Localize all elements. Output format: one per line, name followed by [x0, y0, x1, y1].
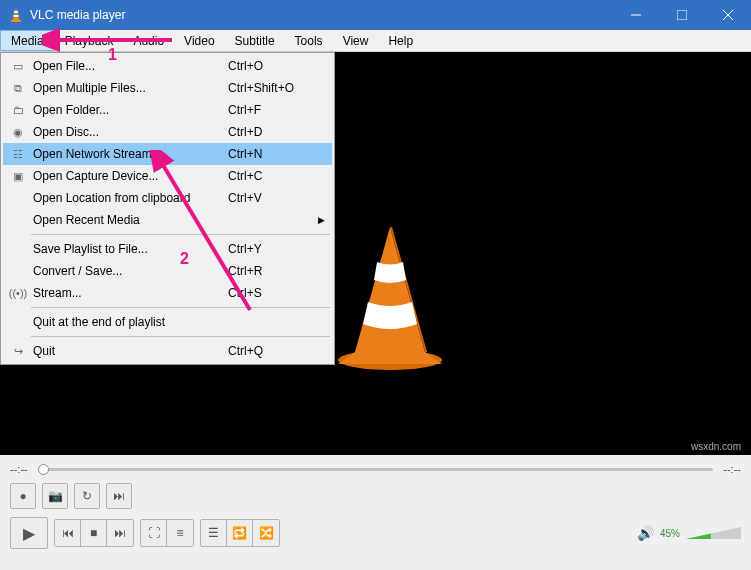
vlc-icon — [8, 7, 24, 23]
equalizer-icon: ≡ — [176, 526, 183, 540]
frame-step-button[interactable]: ⏭ — [106, 483, 132, 509]
menu-convert-save[interactable]: Convert / Save... Ctrl+R — [3, 260, 332, 282]
snapshot-button[interactable]: 📷 — [42, 483, 68, 509]
quit-icon: ↪ — [7, 345, 29, 358]
files-icon: ⧉ — [7, 82, 29, 95]
playlist-icon: ☰ — [208, 526, 219, 540]
menu-open-recent[interactable]: Open Recent Media ▶ — [3, 209, 332, 231]
menu-open-disc[interactable]: ◉ Open Disc... Ctrl+D — [3, 121, 332, 143]
submenu-arrow-icon: ▶ — [318, 215, 332, 225]
loop-button[interactable]: 🔁 — [227, 520, 253, 546]
frame-icon: ⏭ — [113, 489, 125, 503]
app-title: VLC media player — [30, 8, 125, 22]
menu-subtitle[interactable]: Subtitle — [225, 30, 285, 51]
separator — [31, 234, 330, 235]
extended-settings-button[interactable]: ≡ — [167, 520, 193, 546]
controls-panel: --:-- --:-- ● 📷 ↻ ⏭ ▶ ⏮ ■ ⏭ ⛶ ≡ ☰ 🔁 🔀 🔊 … — [0, 455, 751, 570]
seek-slider[interactable] — [38, 464, 714, 474]
folder-icon: 🗀 — [7, 104, 29, 116]
prev-icon: ⏮ — [62, 526, 74, 540]
svg-rect-2 — [14, 15, 19, 17]
loop-ab-button[interactable]: ↻ — [74, 483, 100, 509]
maximize-button[interactable] — [659, 0, 705, 30]
disc-icon: ◉ — [7, 126, 29, 139]
loop-icon: 🔁 — [232, 526, 247, 540]
record-icon: ● — [19, 489, 26, 503]
svg-marker-9 — [355, 227, 425, 352]
volume-label: 45% — [660, 528, 680, 539]
annotation-label-2: 2 — [180, 250, 189, 268]
separator — [31, 307, 330, 308]
next-button[interactable]: ⏭ — [107, 520, 133, 546]
network-icon: ☷ — [7, 148, 29, 161]
menu-tools[interactable]: Tools — [285, 30, 333, 51]
record-button[interactable]: ● — [10, 483, 36, 509]
close-button[interactable] — [705, 0, 751, 30]
file-icon: ▭ — [7, 60, 29, 73]
speaker-icon[interactable]: 🔊 — [637, 525, 654, 541]
shuffle-button[interactable]: 🔀 — [253, 520, 279, 546]
play-button[interactable]: ▶ — [10, 517, 48, 549]
menu-open-capture[interactable]: ▣ Open Capture Device... Ctrl+C — [3, 165, 332, 187]
view-group: ⛶ ≡ — [140, 519, 194, 547]
watermark: wsxdn.com — [691, 441, 741, 452]
svg-marker-0 — [13, 8, 19, 20]
fullscreen-button[interactable]: ⛶ — [141, 520, 167, 546]
volume-slider[interactable] — [686, 529, 741, 537]
menu-open-clipboard[interactable]: Open Location from clipboard Ctrl+V — [3, 187, 332, 209]
capture-icon: ▣ — [7, 170, 29, 183]
menu-quit[interactable]: ↪ Quit Ctrl+Q — [3, 340, 332, 362]
separator — [31, 336, 330, 337]
menu-video[interactable]: Video — [174, 30, 224, 51]
ab-loop-icon: ↻ — [82, 489, 92, 503]
menu-open-folder[interactable]: 🗀 Open Folder... Ctrl+F — [3, 99, 332, 121]
minimize-button[interactable] — [613, 0, 659, 30]
fullscreen-icon: ⛶ — [148, 526, 160, 540]
svg-marker-11 — [338, 352, 442, 364]
stop-icon: ■ — [90, 526, 97, 540]
stream-icon: ((•)) — [7, 287, 29, 299]
menu-open-file[interactable]: ▭ Open File... Ctrl+O — [3, 55, 332, 77]
playlist-button[interactable]: ☰ — [201, 520, 227, 546]
playlist-group: ☰ 🔁 🔀 — [200, 519, 280, 547]
menu-view[interactable]: View — [333, 30, 379, 51]
camera-icon: 📷 — [48, 489, 63, 503]
menu-audio[interactable]: Audio — [123, 30, 174, 51]
vlc-cone-logo — [330, 222, 450, 372]
prev-button[interactable]: ⏮ — [55, 520, 81, 546]
menu-save-playlist[interactable]: Save Playlist to File... Ctrl+Y — [3, 238, 332, 260]
menu-quit-end-playlist[interactable]: Quit at the end of playlist — [3, 311, 332, 333]
svg-rect-1 — [14, 11, 18, 13]
svg-rect-3 — [11, 20, 21, 22]
next-icon: ⏭ — [114, 526, 126, 540]
play-icon: ▶ — [23, 524, 35, 543]
time-total: --:-- — [723, 463, 741, 475]
skip-group: ⏮ ■ ⏭ — [54, 519, 134, 547]
volume-control: 🔊 45% — [637, 525, 741, 541]
shuffle-icon: 🔀 — [259, 526, 274, 540]
media-dropdown-menu: ▭ Open File... Ctrl+O ⧉ Open Multiple Fi… — [0, 52, 335, 365]
svg-rect-5 — [677, 10, 687, 20]
annotation-label-1: 1 — [108, 46, 117, 64]
menu-media[interactable]: Media — [0, 30, 55, 51]
menu-open-multiple[interactable]: ⧉ Open Multiple Files... Ctrl+Shift+O — [3, 77, 332, 99]
menu-open-network-stream[interactable]: ☷ Open Network Stream... Ctrl+N — [3, 143, 332, 165]
time-elapsed: --:-- — [10, 463, 28, 475]
title-bar: VLC media player — [0, 0, 751, 30]
menu-help[interactable]: Help — [378, 30, 423, 51]
stop-button[interactable]: ■ — [81, 520, 107, 546]
menu-stream[interactable]: ((•)) Stream... Ctrl+S — [3, 282, 332, 304]
